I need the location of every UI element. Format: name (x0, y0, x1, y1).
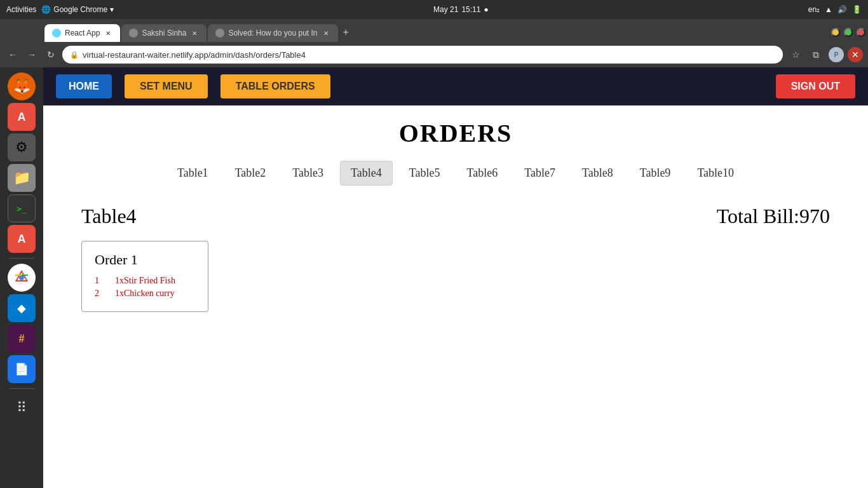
address-text: virtual-restaurant-waiter.netlify.app/ad… (83, 50, 775, 60)
new-tab-button[interactable]: + (338, 27, 354, 38)
table-tab-table10[interactable]: Table10 (687, 161, 744, 186)
page-content: ORDERS Table1 Table2 Table3 Table4 Table… (43, 105, 868, 325)
table-tab-table9[interactable]: Table9 (630, 161, 681, 186)
address-bar-actions: ☆ ⧉ P ✕ (787, 46, 863, 64)
time-label: 15:11 (461, 5, 480, 14)
orders-section: Table4 Order 1 1 1xStir Fried Fish 2 1xC… (69, 205, 843, 312)
home-button[interactable]: HOME (56, 74, 112, 98)
table-tab-table4[interactable]: Table4 (340, 161, 393, 186)
window-close[interactable] (857, 28, 865, 37)
tab-close-solved[interactable]: ✕ (322, 29, 330, 37)
order-item-num-2: 2 (95, 288, 105, 299)
chrome-indicator: 🌐 Google Chrome ▾ (41, 5, 114, 14)
battery-icon: 🔋 (852, 5, 862, 14)
set-menu-button[interactable]: SET MENU (125, 74, 208, 98)
sidebar-icon-terminal[interactable]: >_ (8, 194, 36, 222)
activities-label[interactable]: Activities (6, 5, 36, 14)
tab-solved[interactable]: Solved: How do you put In ✕ (208, 24, 337, 42)
order-card: Order 1 1 1xStir Fried Fish 2 1xChicken … (81, 241, 208, 312)
dropdown-icon[interactable]: ▾ (110, 5, 114, 14)
os-taskbar: Activities 🌐 Google Chrome ▾ May 21 15:1… (0, 0, 868, 19)
app-navbar: HOME SET MENU TABLE ORDERS SIGN OUT (43, 67, 868, 105)
sidebar-icon-chrome[interactable] (8, 264, 36, 292)
tab-favicon-solved (215, 29, 224, 37)
sidebar-icon-settings[interactable]: ⚙ (8, 133, 36, 161)
taskbar-center: May 21 15:11 ● (433, 5, 489, 14)
table-tab-table5[interactable]: Table5 (399, 161, 451, 186)
status-dot: ● (484, 5, 488, 14)
tab-favicon-react (52, 29, 61, 37)
window-maximize[interactable] (844, 28, 853, 37)
orders-left: Table4 Order 1 1 1xStir Fried Fish 2 1xC… (81, 205, 717, 312)
profile-button[interactable]: P (827, 46, 845, 64)
extensions-button[interactable]: ⧉ (807, 46, 825, 64)
total-bill-amount: 970 (799, 205, 830, 227)
sign-out-button[interactable]: SIGN OUT (776, 74, 855, 98)
table-tabs: Table1 Table2 Table3 Table4 Table5 Table… (69, 161, 843, 186)
window-minimize[interactable] (831, 28, 840, 37)
total-bill: Total Bill:970 (717, 205, 830, 228)
selected-table-name: Table4 (81, 205, 717, 228)
tab-favicon-sakshi (129, 29, 138, 37)
browser-window: React App ✕ Sakshi Sinha ✕ Solved: How d… (0, 19, 868, 488)
table-tab-table3[interactable]: Table3 (282, 161, 334, 186)
forward-button[interactable]: → (24, 47, 39, 62)
table-tab-table8[interactable]: Table8 (572, 161, 623, 186)
order-item-2: 2 1xChicken curry (95, 288, 195, 299)
sidebar-icon-files[interactable]: 📁 (8, 164, 36, 192)
sidebar-icon-updates[interactable]: A (8, 225, 36, 253)
sidebar-divider-2 (9, 388, 34, 389)
order-item-name-2: 1xChicken curry (115, 288, 175, 299)
app-layout: 🦊 A ⚙ 📁 >_ A ◆ # 📄 ⠿ (0, 67, 868, 488)
sidebar-icon-firefox[interactable]: 🦊 (8, 72, 36, 100)
taskbar-right: en₂ ▲ 🔊 🔋 (808, 5, 862, 14)
table-tab-table2[interactable]: Table2 (225, 161, 276, 186)
sidebar-icon-vscode[interactable]: ◆ (8, 294, 36, 322)
speaker-icon: 🔊 (837, 5, 847, 14)
lang-indicator: en₂ (808, 5, 820, 14)
order-card-title: Order 1 (95, 252, 195, 268)
svg-point-1 (19, 275, 24, 280)
reload-button[interactable]: ↻ (43, 47, 58, 62)
table-tab-table1[interactable]: Table1 (167, 161, 219, 186)
browser-close-button[interactable]: ✕ (848, 47, 863, 62)
order-item-name-1: 1xStir Fried Fish (115, 276, 175, 286)
app-content: HOME SET MENU TABLE ORDERS SIGN OUT ORDE… (43, 67, 868, 488)
tab-react-app[interactable]: React App ✕ (44, 24, 120, 42)
profile-avatar: P (829, 47, 844, 62)
address-bar[interactable]: 🔒 virtual-restaurant-waiter.netlify.app/… (62, 46, 783, 64)
order-item-1: 1 1xStir Fried Fish (95, 276, 195, 286)
order-item-num-1: 1 (95, 276, 105, 286)
back-button[interactable]: ← (5, 47, 20, 62)
address-bar-row: ← → ↻ 🔒 virtual-restaurant-waiter.netlif… (0, 42, 868, 67)
total-bill-label: Total Bill: (717, 205, 799, 227)
table-tab-table6[interactable]: Table6 (457, 161, 508, 186)
lock-icon: 🔒 (70, 51, 79, 59)
page-title: ORDERS (69, 118, 843, 148)
sidebar-icon-docs[interactable]: 📄 (8, 355, 36, 383)
bookmark-button[interactable]: ☆ (787, 46, 804, 64)
chrome-icon: 🌐 (41, 5, 51, 14)
tab-sakshi[interactable]: Sakshi Sinha ✕ (121, 24, 207, 42)
date-label: May 21 (433, 5, 458, 14)
sidebar-icon-slack[interactable]: # (8, 325, 36, 353)
browser-chrome: React App ✕ Sakshi Sinha ✕ Solved: How d… (0, 19, 868, 67)
tab-title-react: React App (65, 29, 100, 37)
table-tab-table7[interactable]: Table7 (514, 161, 566, 186)
sidebar-icon-apps[interactable]: A (8, 103, 36, 131)
os-sidebar: 🦊 A ⚙ 📁 >_ A ◆ # 📄 ⠿ (0, 67, 43, 488)
sidebar-divider (9, 258, 34, 259)
tab-close-react[interactable]: ✕ (104, 29, 112, 37)
tab-close-sakshi[interactable]: ✕ (190, 29, 199, 37)
table-orders-button[interactable]: TABLE ORDERS (220, 74, 330, 98)
tab-title-sakshi: Sakshi Sinha (142, 29, 186, 37)
sidebar-icon-grid[interactable]: ⠿ (8, 394, 36, 422)
chrome-label: Google Chrome (53, 5, 107, 14)
tab-title-solved: Solved: How do you put In (228, 29, 317, 37)
wifi-icon: ▲ (825, 5, 832, 14)
tab-bar: React App ✕ Sakshi Sinha ✕ Solved: How d… (0, 19, 868, 42)
